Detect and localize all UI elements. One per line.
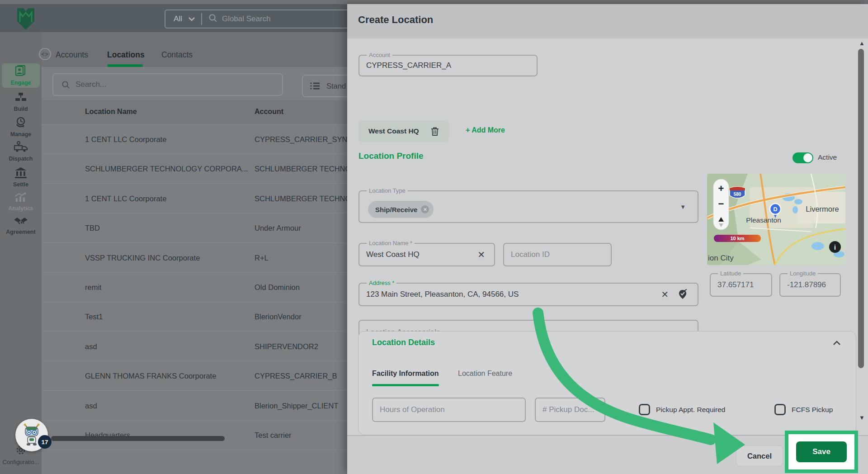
sidebar-item-manage[interactable]: Manage (0, 116, 42, 137)
sidebar-item-dispatch[interactable]: Dispatch (0, 141, 42, 162)
assistant-widget[interactable]: 17 (15, 419, 48, 451)
fcfs-pickup-checkbox[interactable] (774, 404, 786, 415)
search-scope-select[interactable]: All (165, 14, 189, 24)
sidebar-item-settle[interactable]: Settle (0, 167, 42, 188)
map-city-pleasanton: Pleasanton (746, 216, 781, 224)
cell-location-name: asd (85, 402, 97, 410)
map-zoom-in-button[interactable]: + (718, 183, 724, 194)
longitude-label: Longitude (788, 270, 818, 277)
cell-location-name: remit (85, 283, 102, 292)
location-id-field[interactable]: Location ID (503, 243, 612, 266)
drawer-title: Create Location (358, 14, 433, 26)
table-row[interactable]: Test1 BlerionVendor (42, 302, 347, 332)
tab-locations[interactable]: Locations (107, 50, 145, 60)
cell-account: CYPRESS_CARRIER_SYNC (255, 135, 353, 144)
tab-facility-information[interactable]: Facility Information (372, 370, 439, 378)
location-chip-label: West Coast HQ (368, 127, 419, 135)
latitude-field[interactable]: Latitude 37.657171 (710, 273, 772, 297)
location-chip[interactable]: West Coast HQ (359, 120, 449, 142)
add-more-button[interactable]: + Add More (466, 126, 505, 134)
table-row[interactable]: remit Old Dominion (42, 273, 347, 302)
cell-location-name: 1 CENT LLC Coorporate (85, 135, 166, 144)
ship-receive-chip[interactable]: Ship/Receive ✕ (368, 201, 434, 218)
list-view-icon (310, 82, 320, 90)
chip-remove-icon[interactable]: ✕ (421, 205, 429, 213)
longitude-field[interactable]: Longitude -121.87896 (779, 273, 841, 297)
sidebar-collapse-button[interactable]: <> (39, 48, 51, 60)
address-verify-pin-icon[interactable] (678, 289, 688, 300)
cell-account: SCHLUMBERGER TECHNO (255, 165, 351, 173)
address-field[interactable]: Address * 123 Main Street, Pleasanton, C… (359, 283, 698, 306)
column-header-account[interactable]: Account (255, 108, 283, 116)
map-preview[interactable]: 580 Pleasanton Livermore ion City D 10 k… (707, 174, 845, 265)
longitude-value: -121.87896 (787, 280, 826, 289)
address-value: 123 Main Street, Pleasanton, CA, 94566, … (366, 290, 519, 299)
map-marker-label: D (773, 206, 777, 213)
table-row[interactable]: asd Blerion_Shipper_CLIENT (42, 391, 347, 421)
location-type-field[interactable]: Location Type Ship/Receive ✕ ▼ (359, 190, 698, 223)
tab-accounts[interactable]: Accounts (56, 50, 88, 60)
table-row[interactable]: VSSP TRUCKING INC Coorporate R+L (42, 243, 347, 273)
sidebar-item-label: Settle (0, 181, 42, 188)
table-row[interactable]: GLENN THOMAS FRANKS Coorporate CYPRESS_C… (42, 361, 347, 391)
build-blocks-icon (14, 92, 28, 103)
hours-of-operation-field[interactable]: Hours of Operation (372, 398, 526, 422)
map-zoom-out-button[interactable]: − (718, 198, 724, 209)
pickup-doc-field[interactable]: # Pickup Doc... (535, 398, 605, 422)
column-header-name[interactable]: Location Name (85, 108, 137, 116)
location-name-label: Location Name * (367, 240, 415, 246)
cell-account: CYPRESS_CARRIER_B (255, 372, 337, 380)
search-icon (208, 14, 217, 25)
sidebar-item-engage[interactable]: Engage (0, 65, 42, 86)
sidebar-item-build[interactable]: Build (0, 92, 42, 112)
tab-location-feature[interactable]: Location Feature (458, 370, 512, 378)
dropdown-caret-icon[interactable]: ▼ (680, 204, 686, 210)
horizontal-scrollbar[interactable] (51, 436, 225, 441)
clear-icon[interactable]: ✕ (477, 249, 485, 260)
table-row[interactable]: SCHLUMBERGER TECHNOLOGY CORPORA... SCHLU… (42, 154, 347, 184)
scroll-down-arrow[interactable]: ▼ (859, 414, 865, 421)
cell-location-name: TBD (85, 224, 100, 232)
sidebar-item-label: Configuratio... (0, 459, 42, 465)
location-details-heading: Location Details (372, 338, 435, 347)
active-toggle-label: Active (818, 153, 837, 161)
cancel-button[interactable]: Cancel (736, 446, 783, 466)
cell-location-name: 1 CENT LLC Coorporate (85, 194, 166, 203)
drawer-vertical-scrollbar[interactable] (858, 49, 864, 368)
table-row[interactable]: 1 CENT LLC Coorporate SCHLUMBERGER TECHN… (42, 184, 347, 213)
drawer-body: Account CYPRESS_CARRIER_A West Coast HQ … (347, 38, 868, 435)
dispatch-truck-icon (14, 141, 28, 153)
sidebar-item-analytics: Analytics (0, 192, 42, 212)
sidebar-item-agreement[interactable]: Agreement (0, 216, 42, 235)
trash-icon[interactable] (431, 127, 439, 136)
cell-location-name: asd (85, 342, 97, 351)
account-field[interactable]: Account CYPRESS_CARRIER_A (359, 55, 538, 76)
location-name-field[interactable]: Location Name * West Coast HQ ✕ (359, 243, 495, 266)
route-shield-label: 580 (734, 192, 741, 197)
scroll-up-arrow[interactable]: ▲ (859, 40, 865, 47)
notification-badge: 17 (38, 435, 52, 449)
save-button[interactable]: Save (796, 441, 847, 462)
table-row[interactable]: TBD Under Armour (42, 213, 347, 243)
global-search-placeholder[interactable]: Global Search (222, 14, 271, 24)
latitude-label: Latitude (718, 270, 743, 277)
collapse-chevron-icon[interactable] (833, 339, 840, 347)
table-search-placeholder: Search... (75, 80, 106, 89)
table-search-input[interactable]: Search... (52, 73, 283, 96)
map-info-button[interactable]: i (834, 244, 836, 251)
clear-icon[interactable]: ✕ (661, 289, 669, 300)
location-details-card: Location Details Facility Information Lo… (358, 331, 856, 435)
tab-contacts[interactable]: Contacts (161, 50, 193, 60)
view-selector-label: Stand (326, 82, 346, 90)
ship-receive-chip-label: Ship/Receive (375, 206, 417, 213)
table-row[interactable]: asd SHIPERVENDOR2 (42, 332, 347, 361)
global-search[interactable]: All Global Search (165, 9, 363, 28)
pickup-appt-checkbox[interactable] (639, 404, 650, 415)
active-toggle[interactable] (793, 152, 813, 163)
sidebar-item-label: Build (0, 106, 42, 112)
table-row[interactable]: 1 CENT LLC Coorporate CYPRESS_CARRIER_SY… (42, 125, 347, 154)
hours-placeholder: Hours of Operation (380, 405, 445, 414)
table-row[interactable]: Headquarters Test carrier (42, 421, 347, 450)
fcfs-pickup-checkbox-label: FCFS Pickup (792, 406, 833, 414)
create-location-drawer: Create Location Account CYPRESS_CARRIER_… (347, 4, 868, 474)
